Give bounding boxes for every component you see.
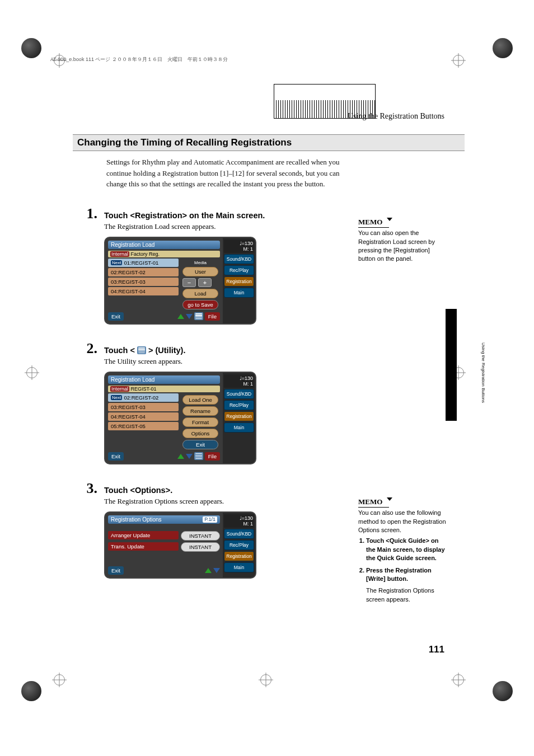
step-2-sub: The Utility screen appears.: [104, 357, 465, 366]
list-item[interactable]: 02:REGIST-02: [108, 268, 179, 276]
scroll-up-icon[interactable]: [177, 454, 184, 459]
sound-kbd-tab[interactable]: Sound/KBD: [224, 529, 254, 539]
options-button[interactable]: Options: [182, 429, 218, 438]
file-button[interactable]: File: [205, 452, 220, 461]
sound-kbd-tab[interactable]: Sound/KBD: [224, 254, 254, 264]
arranger-update-value[interactable]: INSTANT: [181, 531, 220, 541]
utility-screenshot: Registration Load Internal REGIST-01 Nex…: [104, 372, 256, 464]
arranger-update-row[interactable]: Arranger Update: [108, 531, 179, 539]
trans-update-value[interactable]: INSTANT: [181, 542, 220, 552]
print-mark-bl: [21, 681, 41, 701]
scroll-down-icon[interactable]: [186, 454, 193, 459]
vertical-section-label: Using the Registration Buttons: [481, 342, 486, 403]
running-head: Using the Registration Buttons: [348, 112, 444, 121]
header-strip: AT-900_e.book 111 ページ ２００８年９月１６日 火曜日 午前１…: [50, 56, 484, 119]
registration-mark-icon: [26, 367, 38, 378]
registration-mark-icon: [260, 674, 271, 685]
trans-update-row[interactable]: Trans. Update: [108, 542, 179, 551]
registration-tab[interactable]: Registration: [224, 411, 254, 421]
scroll-up-icon[interactable]: [177, 314, 184, 319]
rename-button[interactable]: Rename: [182, 406, 218, 416]
scroll-down-icon[interactable]: [213, 568, 220, 573]
user-button[interactable]: User: [182, 267, 218, 276]
memo-block-1: MEMO You can also open the Registration …: [358, 217, 448, 264]
step-2-title: Touch < > (Utility).: [104, 346, 465, 355]
registration-options-screenshot: Registration Options P.1/1 Arranger Upda…: [104, 511, 256, 579]
intro-paragraph: Settings for Rhythm play and Automatic A…: [106, 157, 347, 190]
tempo-display: ♩=130M: 1: [224, 240, 254, 253]
memo-2-item-1: Touch <Quick Guide> on the Main screen, …: [366, 537, 448, 562]
load-button[interactable]: Load: [182, 289, 218, 298]
exit-button[interactable]: Exit: [108, 312, 124, 321]
memo-icon: MEMO: [358, 217, 389, 228]
utility-icon[interactable]: [194, 452, 203, 460]
go-to-save-button[interactable]: go to Save: [182, 300, 218, 309]
list-item[interactable]: 05:REGIST-05: [108, 422, 179, 430]
registration-tab[interactable]: Registration: [224, 551, 254, 561]
print-mark-tl: [21, 38, 41, 58]
tempo-display: ♩=130M: 1: [224, 374, 254, 388]
registration-mark-icon: [54, 674, 65, 685]
ss1-internal-row: Internal Factory Reg.: [108, 251, 220, 257]
main-tab[interactable]: Main: [224, 422, 254, 433]
load-one-button[interactable]: Load One: [182, 395, 218, 405]
ss1-title: Registration Load: [108, 241, 220, 249]
plus-button[interactable]: +: [198, 278, 212, 287]
list-item[interactable]: 04:REGIST-04: [108, 412, 179, 421]
step-3-title: Touch <Options>.: [104, 486, 465, 495]
main-tab[interactable]: Main: [224, 562, 254, 572]
scroll-down-icon[interactable]: [186, 314, 193, 319]
step-2: 2. Touch < > (Utility). The Utility scre…: [73, 340, 465, 464]
section-title: Changing the Timing of Recalling Registr…: [73, 134, 465, 151]
list-item[interactable]: 03:REGIST-03: [108, 403, 179, 411]
file-button[interactable]: File: [205, 312, 220, 321]
rec-play-tab[interactable]: Rec/Play: [224, 400, 254, 410]
ss2-title: Registration Load: [108, 375, 220, 384]
utility-icon: [137, 346, 146, 354]
memo-icon: MEMO: [358, 497, 389, 508]
rec-play-tab[interactable]: Rec/Play: [224, 540, 254, 550]
ss3-title-row: Registration Options P.1/1: [108, 515, 220, 524]
list-item[interactable]: 04:REGIST-04: [108, 287, 179, 295]
step-number: 1.: [73, 205, 97, 222]
memo-2-item-2: Press the Registration [Write] button.: [366, 566, 448, 584]
main-tab[interactable]: Main: [224, 288, 254, 298]
memo-2-text: You can also use the following method to…: [358, 509, 448, 534]
step-number: 2.: [73, 340, 97, 357]
memo-2-trail: The Registration Options screen appears.: [366, 586, 448, 604]
memo-block-2: MEMO You can also use the following meth…: [358, 497, 448, 604]
utility-icon[interactable]: [194, 312, 203, 320]
memo-1-text: You can also open the Registration Load …: [358, 229, 448, 264]
print-mark-br: [493, 681, 513, 701]
minus-button[interactable]: −: [182, 278, 196, 287]
registration-mark-icon: [453, 674, 464, 685]
exit-button[interactable]: Exit: [108, 566, 124, 575]
rec-play-tab[interactable]: Rec/Play: [224, 265, 254, 275]
popup-exit-button[interactable]: Exit: [182, 440, 218, 449]
list-item[interactable]: 03:REGIST-03: [108, 278, 179, 286]
registration-tab[interactable]: Registration: [224, 276, 254, 287]
media-label: Media: [182, 260, 218, 265]
print-mark-tr: [493, 38, 513, 58]
list-item[interactable]: Next01:REGIST-01: [108, 259, 179, 267]
step-number: 3.: [73, 480, 97, 497]
list-item[interactable]: Next02:REGIST-02: [108, 393, 179, 402]
registration-load-screenshot: Registration Load Internal Factory Reg. …: [104, 237, 256, 325]
thumb-tab: [446, 309, 457, 421]
page-badge: P.1/1: [203, 516, 217, 523]
sound-kbd-tab[interactable]: Sound/KBD: [224, 389, 254, 399]
scroll-up-icon[interactable]: [205, 568, 212, 573]
exit-button[interactable]: Exit: [108, 452, 124, 461]
page-number: 111: [429, 644, 444, 655]
ss2-internal-row: Internal REGIST-01: [108, 386, 220, 392]
format-button[interactable]: Format: [182, 417, 218, 427]
header-strip-text: AT-900_e.book 111 ページ ２００８年９月１６日 火曜日 午前１…: [50, 57, 228, 62]
tempo-display: ♩=130M: 1: [224, 514, 254, 528]
